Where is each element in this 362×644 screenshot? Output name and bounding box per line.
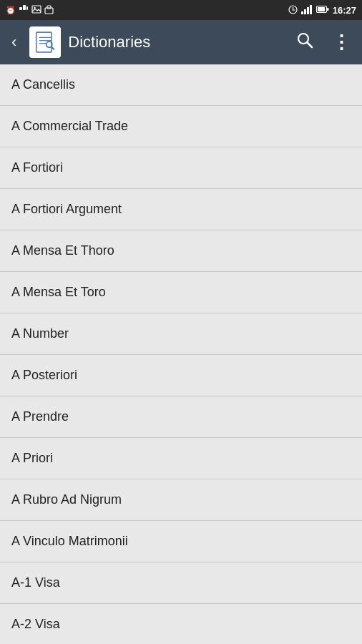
- svg-rect-13: [310, 5, 312, 14]
- toolbar: ‹ Dictionaries ⋮: [0, 20, 362, 64]
- svg-line-25: [308, 43, 313, 48]
- list-item[interactable]: A Mensa Et Toro: [0, 272, 362, 313]
- list-item[interactable]: A Priori: [0, 438, 362, 479]
- svg-rect-0: [19, 7, 22, 10]
- list-item[interactable]: A Cancellis: [0, 64, 362, 106]
- svg-rect-16: [327, 8, 329, 11]
- app-icon: [29, 26, 61, 58]
- list-item[interactable]: A Vinculo Matrimonii: [0, 521, 362, 562]
- dictionary-list: A CancellisA Commercial TradeA FortioriA…: [0, 64, 362, 644]
- back-button[interactable]: ‹: [6, 29, 22, 56]
- svg-point-4: [34, 7, 35, 9]
- list-item[interactable]: A Rubro Ad Nigrum: [0, 479, 362, 521]
- svg-rect-1: [23, 5, 26, 10]
- image-icon: [31, 5, 41, 15]
- signal-bars-icon: [301, 5, 313, 16]
- notification-icon: [19, 4, 29, 16]
- clock-icon: [288, 5, 298, 16]
- search-button[interactable]: [290, 26, 319, 59]
- svg-rect-15: [318, 7, 325, 11]
- time-display: 16:27: [333, 5, 356, 16]
- alarm-icon: ⏰: [6, 6, 16, 15]
- svg-rect-12: [307, 7, 309, 14]
- list-item[interactable]: A Mensa Et Thoro: [0, 230, 362, 272]
- status-right-icons: 16:27: [288, 5, 356, 16]
- status-bar: ⏰: [0, 0, 362, 20]
- battery-icon: [316, 5, 329, 15]
- list-item[interactable]: A Posteriori: [0, 355, 362, 396]
- page-title: Dictionaries: [68, 33, 283, 52]
- box-icon: [44, 5, 54, 16]
- list-item[interactable]: A-1 Visa: [0, 562, 362, 604]
- svg-rect-2: [26, 6, 28, 10]
- list-item[interactable]: A Number: [0, 313, 362, 355]
- list-item[interactable]: A-2 Visa: [0, 604, 362, 644]
- svg-rect-10: [301, 11, 303, 14]
- list-item[interactable]: A Fortiori: [0, 147, 362, 189]
- list-item[interactable]: A Prendre: [0, 396, 362, 438]
- svg-rect-3: [32, 6, 41, 13]
- list-item[interactable]: A Fortiori Argument: [0, 189, 362, 230]
- status-left-icons: ⏰: [6, 4, 54, 16]
- svg-rect-11: [304, 9, 306, 14]
- list-item[interactable]: A Commercial Trade: [0, 106, 362, 147]
- more-options-button[interactable]: ⋮: [326, 26, 356, 59]
